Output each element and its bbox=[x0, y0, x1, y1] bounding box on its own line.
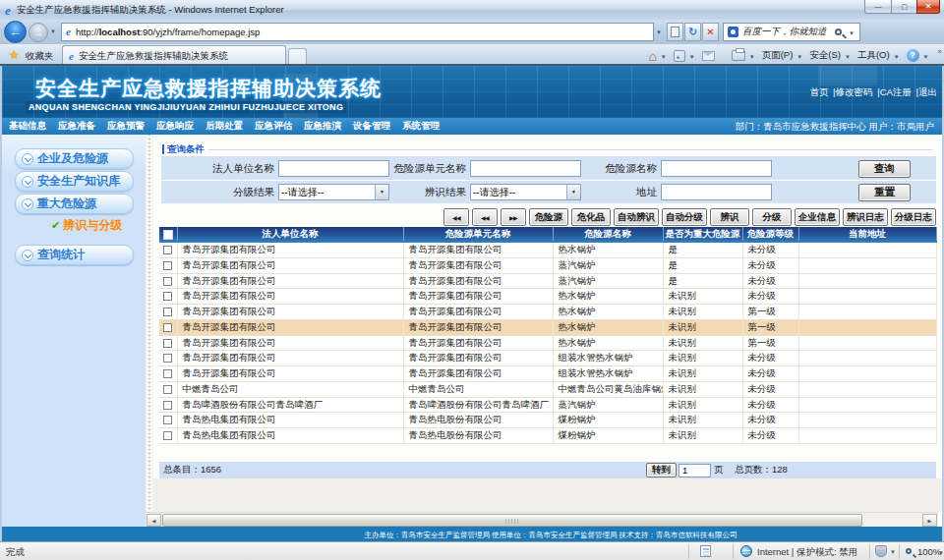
home-icon[interactable]: ⌂ bbox=[648, 49, 656, 63]
filter-icon[interactable] bbox=[875, 545, 887, 557]
scroll-left-arrow[interactable]: ◀ bbox=[147, 514, 161, 527]
logout-link[interactable]: |退出 bbox=[916, 86, 937, 97]
table-row[interactable]: 青岛开源集团有限公司青岛开源集团有限公司蒸汽锅炉是未分级 bbox=[159, 257, 936, 273]
legal-unit-name-input[interactable] bbox=[278, 160, 389, 177]
row-checkbox[interactable] bbox=[163, 323, 172, 332]
address-input[interactable] bbox=[661, 184, 772, 200]
first-page-button[interactable]: ◀◀ bbox=[443, 208, 469, 226]
table-row[interactable]: 青岛热电集团有限公司青岛热电股份有限公司煤粉锅炉未识别未分级 bbox=[159, 413, 936, 428]
sidebar-button[interactable]: 企业及危险源 bbox=[15, 148, 134, 169]
table-row[interactable]: 青岛开源集团有限公司青岛开源集团有限公司组装水管热水锅炉未识别未分级 bbox=[159, 366, 936, 382]
row-checkbox[interactable] bbox=[163, 431, 172, 440]
favorites-star-icon[interactable]: ★ bbox=[9, 48, 20, 62]
browser-tab[interactable]: e 安全生产应急救援指挥辅助决策系统 bbox=[62, 45, 286, 66]
toolbar-button[interactable]: 危化品 bbox=[571, 208, 611, 226]
menu-item[interactable]: 基础信息 bbox=[9, 120, 46, 133]
table-row[interactable]: 青岛开源集团有限公司青岛开源集团有限公司热水锅炉未识别未分级 bbox=[159, 289, 936, 305]
forward-button[interactable]: → bbox=[29, 23, 48, 42]
row-checkbox[interactable] bbox=[163, 354, 172, 363]
scrollbar-thumb[interactable] bbox=[162, 514, 862, 527]
page-number-input[interactable] bbox=[678, 464, 711, 477]
menu-item[interactable]: 应急响应 bbox=[156, 120, 194, 133]
frame-splitter[interactable] bbox=[146, 135, 153, 527]
print-icon[interactable] bbox=[732, 50, 745, 61]
overflow-chevron-icon[interactable]: » bbox=[938, 47, 942, 56]
change-password-link[interactable]: |修改密码 bbox=[833, 86, 872, 97]
menu-item[interactable]: 设备管理 bbox=[353, 120, 390, 133]
menu-item[interactable]: 系统管理 bbox=[402, 120, 440, 133]
search-icon[interactable] bbox=[835, 28, 842, 35]
maximize-button[interactable]: ▢ bbox=[892, 0, 916, 14]
search-button[interactable]: 查询 bbox=[858, 160, 911, 178]
nav-history-dropdown[interactable]: ▼ bbox=[50, 28, 56, 34]
table-row[interactable]: 青岛啤酒股份有限公司青岛啤酒厂青岛啤酒股份有限公司青岛啤酒厂蒸汽锅炉未识别未分级 bbox=[159, 397, 936, 413]
prev-page-button[interactable]: ◀◀ bbox=[472, 208, 498, 226]
rss-feed-icon[interactable] bbox=[674, 50, 685, 62]
reset-button[interactable]: 重置 bbox=[858, 184, 911, 201]
hazard-unit-name-input[interactable] bbox=[470, 160, 581, 177]
row-checkbox[interactable] bbox=[163, 277, 172, 286]
back-button[interactable]: ← bbox=[4, 21, 27, 43]
toolbar-button[interactable]: 分级 bbox=[752, 208, 792, 226]
row-checkbox[interactable] bbox=[163, 385, 172, 394]
scroll-right-arrow[interactable]: ▶ bbox=[922, 514, 937, 527]
row-checkbox[interactable] bbox=[163, 401, 172, 410]
toolbar-button[interactable]: 辨识 bbox=[710, 208, 749, 226]
sidebar-button[interactable]: 安全生产知识库 bbox=[15, 171, 134, 192]
row-checkbox[interactable] bbox=[163, 246, 172, 254]
table-row[interactable]: 青岛开源集团有限公司青岛开源集团有限公司热水锅炉是未分级 bbox=[159, 242, 936, 257]
next-page-button[interactable]: ▶▶ bbox=[501, 208, 526, 226]
row-checkbox[interactable] bbox=[163, 292, 172, 301]
table-row[interactable]: 青岛开源集团有限公司青岛开源集团有限公司热水锅炉未识别第一级 bbox=[159, 319, 936, 335]
toolbar-button[interactable]: 自动分级 bbox=[662, 208, 707, 226]
horizontal-scrollbar[interactable]: ◀ ▶ bbox=[146, 512, 938, 527]
table-row[interactable]: 青岛开源集团有限公司青岛开源集团有限公司组装水管热水锅炉未识别未分级 bbox=[159, 351, 936, 366]
hazard-name-input[interactable] bbox=[661, 160, 772, 177]
sidebar-button[interactable]: 重大危险源 bbox=[15, 194, 134, 214]
menu-item[interactable]: 应急推演 bbox=[304, 120, 341, 133]
stop-button[interactable]: ✕ bbox=[702, 23, 719, 41]
safety-menu[interactable]: 安全(S) bbox=[809, 49, 841, 62]
toolbar-button[interactable]: 自动辨识 bbox=[614, 208, 659, 226]
row-checkbox[interactable] bbox=[163, 308, 172, 316]
url-field[interactable]: e http://localhost:90/yjzh/frame/homepag… bbox=[61, 23, 654, 41]
table-row[interactable]: 青岛开源集团有限公司青岛开源集团有限公司热水锅炉未识别第一级 bbox=[159, 305, 936, 320]
minimize-button[interactable]: — bbox=[864, 0, 892, 14]
goto-page-button[interactable]: 转到 bbox=[646, 463, 677, 477]
tools-menu[interactable]: 工具(O) bbox=[857, 49, 890, 62]
close-button[interactable]: ✕ bbox=[916, 0, 940, 14]
row-checkbox[interactable] bbox=[163, 339, 172, 348]
toolbar-button[interactable]: 危险源 bbox=[529, 208, 568, 226]
url-dropdown-icon[interactable]: ▼ bbox=[656, 29, 662, 35]
refresh-button[interactable]: ↻ bbox=[684, 23, 701, 41]
row-checkbox[interactable] bbox=[163, 261, 172, 270]
grade-result-select[interactable]: --请选择--▼ bbox=[278, 184, 389, 200]
menu-item[interactable]: 应急预警 bbox=[107, 120, 145, 133]
sidebar-active-item[interactable]: ✔辨识与分级 bbox=[51, 218, 146, 232]
row-checkbox[interactable] bbox=[163, 416, 172, 424]
menu-item[interactable]: 应急评估 bbox=[255, 120, 292, 133]
table-row[interactable]: 青岛开源集团有限公司青岛开源集团有限公司热水锅炉未识别第一级 bbox=[159, 335, 936, 351]
menu-item[interactable]: 应急准备 bbox=[58, 120, 95, 133]
identify-result-select[interactable]: --请选择--▼ bbox=[470, 184, 581, 200]
menu-item[interactable]: 后期处置 bbox=[206, 120, 243, 133]
sidebar-button[interactable]: 查询统计 bbox=[15, 245, 134, 265]
search-dropdown-icon[interactable]: ▼ bbox=[849, 30, 855, 36]
zoom-icon bbox=[906, 548, 912, 554]
search-box[interactable]: 百度一下，你就知道 ▼ bbox=[723, 23, 860, 41]
help-icon[interactable]: ? bbox=[907, 49, 919, 62]
table-row[interactable]: 中燃青岛公司中燃青岛公司中燃青岛公司黄岛油库锅炉未识别未分级 bbox=[159, 381, 936, 397]
read-mail-icon[interactable] bbox=[702, 51, 715, 61]
home-link[interactable]: 首页 bbox=[809, 86, 828, 97]
table-row[interactable]: 青岛热电集团有限公司青岛热电股份有限公司煤粉锅炉未识别未分级 bbox=[159, 428, 936, 444]
favorites-label[interactable]: 收藏夹 bbox=[26, 50, 54, 63]
toolbar-button[interactable]: 企业信息 bbox=[795, 208, 840, 226]
table-row[interactable]: 青岛开源集团有限公司青岛开源集团有限公司蒸汽锅炉是未分级 bbox=[159, 273, 936, 289]
page-menu[interactable]: 页面(P) bbox=[762, 49, 794, 62]
select-all-checkbox[interactable] bbox=[163, 230, 173, 240]
toolbar-button[interactable]: 分级日志 bbox=[891, 208, 936, 226]
ca-register-link[interactable]: |CA注册 bbox=[877, 86, 912, 97]
compatibility-view-button[interactable] bbox=[667, 23, 683, 41]
toolbar-button[interactable]: 辨识日志 bbox=[843, 208, 888, 226]
row-checkbox[interactable] bbox=[163, 369, 172, 378]
